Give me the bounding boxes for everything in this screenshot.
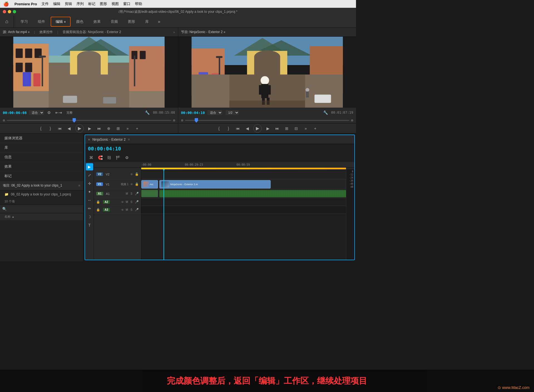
tl-snap-tool[interactable]: ⌘: [88, 154, 95, 161]
source-quality[interactable]: 完整: [65, 110, 74, 115]
source-playhead-track[interactable]: [7, 120, 171, 121]
source-step-fwd[interactable]: ▶: [86, 125, 93, 132]
tab-study[interactable]: 学习: [16, 17, 32, 27]
source-overwrite[interactable]: ⊞: [115, 125, 122, 132]
a3-eye-icon[interactable]: 👁: [121, 208, 124, 212]
menu-edit[interactable]: 编辑: [53, 1, 60, 6]
tl-settings-tool[interactable]: ⚙: [123, 154, 130, 161]
source-insert-icon[interactable]: ⇤⇥: [54, 110, 63, 115]
search-input[interactable]: [8, 207, 81, 211]
tab-color[interactable]: 颜色: [72, 17, 88, 27]
tl-link-tool[interactable]: ⛓: [106, 154, 112, 161]
text-tool[interactable]: T: [86, 222, 93, 229]
track-row-v2[interactable]: [141, 169, 346, 179]
pen-tool[interactable]: ✏: [86, 205, 93, 212]
a3-m-button[interactable]: M: [126, 208, 128, 211]
home-button[interactable]: ⌂: [0, 16, 14, 28]
track-row-a2[interactable]: [141, 198, 346, 206]
source-wrench-icon[interactable]: 🔧: [144, 110, 151, 115]
sidebar-item-library[interactable]: 库: [0, 143, 83, 152]
track-row-v1[interactable]: Arc NinjaSonic - Exterior: [141, 179, 346, 189]
a3-s-button[interactable]: S: [130, 208, 132, 211]
program-step-back[interactable]: ◀: [244, 125, 251, 132]
a2-lock-icon[interactable]: 🔒: [96, 200, 100, 204]
source-mark-in[interactable]: {: [38, 125, 44, 132]
tab-components[interactable]: 组件: [33, 17, 50, 27]
a1-mic-icon[interactable]: 🎤: [135, 192, 139, 195]
track-row-a1[interactable]: [141, 189, 346, 198]
audio-clip-arc[interactable]: [141, 190, 158, 197]
source-fit-select[interactable]: 适合: [29, 110, 44, 115]
select-tool[interactable]: ▶: [86, 163, 93, 170]
menu-help[interactable]: 帮助: [135, 1, 142, 6]
program-playhead-track[interactable]: [185, 120, 350, 121]
program-wrench-icon[interactable]: 🔧: [322, 110, 329, 115]
program-tab-menu[interactable]: ≡: [224, 31, 226, 34]
v1-eye-icon[interactable]: 👁: [130, 183, 133, 186]
a2-s-button[interactable]: S: [130, 200, 132, 204]
program-fit-select[interactable]: 适合: [207, 110, 222, 115]
source-mark-out[interactable]: }: [47, 125, 54, 132]
source-settings-icon[interactable]: ⚙: [46, 110, 52, 115]
move-tool[interactable]: ✛: [86, 180, 93, 187]
source-play[interactable]: ▶: [75, 124, 84, 133]
effects-tab[interactable]: 效果控件: [39, 30, 53, 34]
track-row-a3[interactable]: [141, 206, 346, 214]
timeline-menu-icon[interactable]: ≡: [128, 137, 130, 142]
sidebar-item-effects[interactable]: 效果: [0, 162, 83, 171]
sidebar-item-markers[interactable]: 标记: [0, 171, 83, 181]
more-tabs[interactable]: »: [154, 19, 164, 24]
program-tab[interactable]: 节目: NinjaSonic - Exterior 2 ≡: [181, 30, 226, 34]
audio-mixer-tab[interactable]: 音频剪辑混合器: NinjaSonic - Exterior 2: [63, 30, 121, 34]
sidebar-item-info[interactable]: 信息: [0, 152, 83, 162]
v2-lock-icon[interactable]: 🔓: [135, 172, 139, 176]
source-go-out[interactable]: ⏭: [96, 125, 103, 132]
source-tab[interactable]: 源: Arch far.mp4 ≡: [3, 30, 30, 34]
program-more2[interactable]: »: [302, 125, 309, 132]
menu-view[interactable]: 视图: [112, 1, 119, 6]
clip-ninjasonic[interactable]: NinjaSonic - Exterior 2.m: [159, 180, 271, 188]
menu-sequence[interactable]: 序列: [76, 1, 84, 6]
program-extract[interactable]: ⊟: [293, 125, 300, 132]
source-tab-menu[interactable]: ≡: [28, 31, 30, 34]
program-go-out[interactable]: ⏭: [274, 125, 281, 132]
tab-audio[interactable]: 音频: [106, 17, 122, 27]
v2-eye-icon[interactable]: 👁: [130, 173, 133, 176]
source-go-in[interactable]: ⏮: [56, 125, 63, 132]
minimize-button[interactable]: [8, 10, 11, 13]
program-go-in[interactable]: ⏮: [234, 125, 241, 132]
fullscreen-button[interactable]: [13, 10, 16, 13]
razor-tool[interactable]: ✦: [86, 188, 93, 195]
menu-graphics[interactable]: 图形: [100, 1, 107, 6]
source-playhead-bar[interactable]: [0, 118, 178, 123]
program-lift[interactable]: ⊞: [283, 125, 290, 132]
project-menu-icon[interactable]: ≡: [78, 183, 80, 188]
a3-mic-icon[interactable]: 🎤: [135, 208, 139, 212]
program-video-preview[interactable]: [178, 37, 356, 108]
program-play[interactable]: ▶: [253, 124, 262, 133]
tl-marker-tool[interactable]: 🏴: [115, 154, 121, 161]
a1-m-button[interactable]: M: [126, 192, 128, 195]
source-more2[interactable]: »: [124, 125, 131, 132]
a2-m-button[interactable]: M: [126, 200, 128, 204]
menu-marker[interactable]: 标记: [88, 1, 95, 6]
ripple-tool[interactable]: ↔: [86, 197, 93, 204]
box-select-tool[interactable]: ⤢: [86, 172, 93, 179]
source-video-preview[interactable]: [0, 37, 178, 108]
program-mark-out[interactable]: }: [225, 125, 232, 132]
tab-graphics[interactable]: 图形: [123, 17, 140, 27]
program-mark-in[interactable]: {: [216, 125, 222, 132]
a3-lock-icon[interactable]: 🔒: [96, 208, 100, 212]
menu-clip[interactable]: 剪辑: [65, 1, 72, 6]
source-insert[interactable]: ⊕: [105, 125, 112, 132]
sidebar-item-media-browser[interactable]: 媒体浏览器: [0, 133, 83, 143]
program-add[interactable]: +: [312, 125, 318, 132]
source-step-back[interactable]: ◀: [66, 125, 73, 132]
menu-window[interactable]: 窗口: [123, 1, 130, 6]
clip-arc[interactable]: Arc: [141, 180, 158, 188]
a2-eye-icon[interactable]: 👁: [121, 200, 124, 204]
source-more[interactable]: »: [173, 30, 175, 34]
a1-s-button[interactable]: S: [130, 192, 132, 195]
program-quality-select[interactable]: 1/2: [226, 110, 239, 115]
close-button[interactable]: [3, 10, 6, 13]
